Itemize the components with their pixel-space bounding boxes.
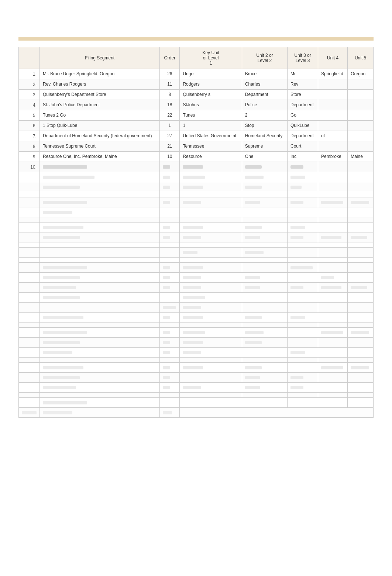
blurred-cell: [288, 348, 318, 358]
col-filing-header: Filing Segment: [40, 47, 160, 69]
blurred-cell: [348, 263, 374, 273]
table-row: 3. Quisenberry's Department Store 8 Quis…: [19, 90, 374, 100]
blurred-cell: [160, 217, 180, 223]
blurred-cell: [242, 293, 287, 303]
blurred-cell: [318, 383, 348, 393]
row-number: [19, 393, 40, 398]
unit4-value: [318, 141, 348, 152]
step-label: [18, 37, 374, 41]
blurred-cell: [318, 328, 348, 338]
blurred-cell: [242, 172, 287, 182]
unit3-value: Department: [288, 100, 318, 110]
blurred-cell: [288, 303, 318, 313]
blurred-cell: [318, 248, 348, 258]
blurred-cell: [242, 348, 287, 358]
blurred-cell: [180, 217, 242, 223]
row-number: 6.: [19, 121, 40, 131]
blurred-cell: [242, 232, 287, 242]
blurred-table-row: [19, 383, 374, 393]
blurred-cell: [180, 383, 242, 393]
blurred-table-row: [19, 192, 374, 197]
blurred-table-row: [19, 263, 374, 273]
blurred-table-row: [19, 248, 374, 258]
blurred-cell: [40, 192, 160, 197]
blurred-table-row: [19, 182, 374, 192]
blurred-cell: [160, 398, 180, 408]
row-number: [19, 197, 40, 207]
blurred-cell: [180, 363, 242, 373]
unit3-value: Inc: [288, 152, 318, 162]
row-number: [19, 217, 40, 223]
blurred-cell: [242, 338, 287, 348]
blurred-cell: [40, 338, 160, 348]
blurred-cell: [288, 242, 318, 248]
blurred-table-row: [19, 293, 374, 303]
filing-segment: Tunes 2 Go: [40, 110, 160, 121]
table-row: 8. Tennessee Supreme Court 21 Tennessee …: [19, 141, 374, 152]
blurred-cell: [318, 358, 348, 363]
unit1-value: Rodgers: [180, 79, 242, 90]
row-number: [19, 207, 40, 217]
unit2-value: Police: [242, 100, 287, 110]
blurred-table-row: [19, 232, 374, 242]
row-number: 8.: [19, 141, 40, 152]
blurred-cell: [288, 293, 318, 303]
col-unit5-header: Unit 5: [348, 47, 374, 69]
col-unit4-header: Unit 4: [318, 47, 348, 69]
blurred-cell: [160, 172, 180, 182]
blurred-cell: [242, 182, 287, 192]
blurred-cell: [288, 313, 318, 323]
blurred-cell: [288, 207, 318, 217]
unit3-value: Mr: [288, 69, 318, 79]
blurred-cell: [242, 313, 287, 323]
blurred-table-row: [19, 328, 374, 338]
blurred-cell: [180, 358, 242, 363]
blurred-cell: [288, 248, 318, 258]
blurred-cell: [242, 273, 287, 283]
blurred-cell: [160, 283, 180, 293]
blurred-cell: [318, 172, 348, 182]
blurred-cell: [160, 358, 180, 363]
filing-segment: [40, 162, 160, 172]
blurred-cell: [160, 363, 180, 373]
blurred-cell: [180, 273, 242, 283]
blurred-cell: [40, 373, 160, 383]
blurred-cell: [180, 348, 242, 358]
order-value: 26: [160, 69, 180, 79]
row-number: [19, 258, 40, 263]
blurred-cell: [40, 172, 160, 182]
blurred-table-row: [19, 323, 374, 328]
blurred-cell: [40, 323, 160, 328]
row-number: [19, 348, 40, 358]
unit2-value: Supreme: [242, 141, 287, 152]
blurred-cell: [318, 393, 348, 398]
unit5-value: [348, 110, 374, 121]
blurred-cell: [242, 393, 287, 398]
unit4-value: Pembroke: [318, 152, 348, 162]
blurred-cell: [242, 217, 287, 223]
order-value: 18: [160, 100, 180, 110]
row-number: 9.: [19, 152, 40, 162]
blurred-cell: [180, 373, 242, 383]
blurred-cell: [40, 217, 160, 223]
blurred-cell: [348, 303, 374, 313]
blurred-cell: [318, 258, 348, 263]
blurred-cell: [318, 217, 348, 223]
unit3-value: Court: [288, 141, 318, 152]
blurred-cell: [288, 383, 318, 393]
unit5-value: [348, 131, 374, 141]
blurred-cell: [288, 273, 318, 283]
blurred-cell: [348, 328, 374, 338]
order-value: 10: [160, 152, 180, 162]
blurred-cell: [160, 373, 180, 383]
filing-segment: 1 Stop Quik-Lube: [40, 121, 160, 131]
blurred-cell: [348, 248, 374, 258]
blurred-cell: [288, 182, 318, 192]
blurred-cell: [318, 182, 348, 192]
unit4-value: [318, 100, 348, 110]
blurred-cell: [318, 293, 348, 303]
unit5-value: [348, 79, 374, 90]
blurred-cell: [242, 358, 287, 363]
blurred-cell: [288, 258, 318, 263]
blurred-cell: [348, 363, 374, 373]
